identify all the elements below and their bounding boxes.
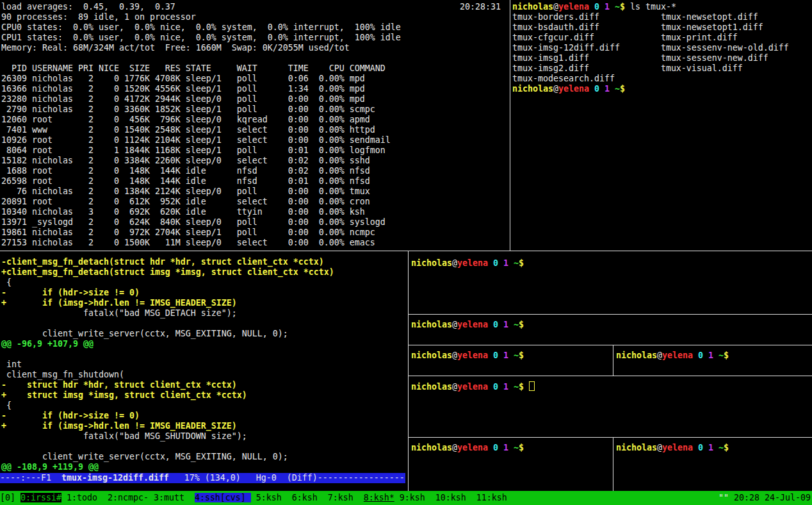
shell-line: nicholas@yelena 0 1 ~$ xyxy=(512,84,789,94)
session-indicator: [0] xyxy=(0,493,20,503)
modeline-filename: tmux-imsg-12diff.diff xyxy=(61,473,169,483)
modeline-info: 17% (134,0) Hg-0 (Diff)----------------- xyxy=(169,473,405,483)
window-3-mutt[interactable]: 3:mutt xyxy=(154,493,190,502)
pane-shell-active[interactable]: nicholas@yelena 0 1 ~$ xyxy=(411,381,535,392)
window-0-irssi[interactable]: 0:irssi# xyxy=(20,493,61,502)
emacs-diff-line: - if (hdr->size != 0) xyxy=(1,411,334,421)
pane-shell-5[interactable]: nicholas@yelena 0 1 ~$ xyxy=(411,443,524,453)
shell-prompt: nicholas@yelena 0 1 ~$ xyxy=(411,443,524,452)
emacs-diff-line: - struct hdr *hdr, struct client_ctx *cc… xyxy=(1,380,334,390)
shell-prompt: nicholas@yelena 0 1 ~$ xyxy=(411,320,524,329)
shell-prompt: nicholas@yelena 0 1 ~$ xyxy=(616,351,729,360)
pane-border-h2 xyxy=(409,345,812,345)
top-clock: 20:28:31 xyxy=(460,2,501,12)
pane-border-h4 xyxy=(409,437,812,438)
emacs-diff-line: { xyxy=(1,401,334,411)
emacs-diff-line: -client_msg_fn_detach(struct hdr *hdr, s… xyxy=(1,257,334,267)
pane-title: "" xyxy=(719,493,729,503)
emacs-diff-line xyxy=(1,349,334,360)
window-7-ksh[interactable]: 7:ksh xyxy=(328,493,359,502)
emacs-diff-line: client_msg_fn_shutdown( xyxy=(1,370,334,380)
emacs-diff-line: @@ -96,9 +107,9 @@ xyxy=(1,339,334,349)
window-2-ncmpc[interactable]: 2:ncmpc- xyxy=(108,493,149,502)
emacs-diff-line: + struct imsg *imsg, struct client_ctx *… xyxy=(1,390,334,401)
shell-prompt: nicholas@yelena 0 1 ~$ xyxy=(616,443,729,452)
window-5-ksh[interactable]: 5:ksh xyxy=(256,493,287,502)
shell-prompt: nicholas@yelena 0 1 ~$ xyxy=(411,382,524,392)
pane-emacs-diff[interactable]: -client_msg_fn_detach(struct hdr *hdr, s… xyxy=(0,0,408,491)
shell-line: nicholas@yelena 0 1 ~$ ls tmux-* xyxy=(512,2,789,12)
tmux-terminal-screen: load averages: 0.45, 0.39, 0.37 90 proce… xyxy=(0,0,812,505)
pane-shell-6[interactable]: nicholas@yelena 0 1 ~$ xyxy=(616,443,729,453)
window-8-ksh[interactable]: 8:ksh* xyxy=(364,493,394,502)
ls-listing: tmux-borders.diff tmux-newsetopt.diff tm… xyxy=(512,12,789,84)
emacs-diff-line: +client_msg_fn_detach(struct imsg *imsg,… xyxy=(1,267,334,277)
pane-border-v-low xyxy=(613,438,613,491)
shell-prompt: nicholas@yelena 0 1 ~$ xyxy=(512,84,625,94)
emacs-diff-line: client_write_server(cctx, MSG_EXITING, N… xyxy=(1,452,334,462)
text-cursor xyxy=(529,381,535,391)
emacs-diff-line: + if (imsg->hdr.len != IMSG_HEADER_SIZE) xyxy=(1,298,334,308)
pane-shell-1[interactable]: nicholas@yelena 0 1 ~$ xyxy=(411,258,524,269)
pane-shell-ls[interactable]: nicholas@yelena 0 1 ~$ ls tmux-* tmux-bo… xyxy=(512,2,789,94)
emacs-diff-line: int xyxy=(1,360,334,370)
window-list: 0:irssi# 1:todo 2:ncmpc- 3:mutt 4:ssh[cv… xyxy=(20,493,512,503)
pane-shell-4[interactable]: nicholas@yelena 0 1 ~$ xyxy=(616,351,729,361)
emacs-diff-line xyxy=(1,319,334,329)
modeline-prefix: ----:---F1 xyxy=(0,473,61,483)
pane-border-h3 xyxy=(409,376,812,376)
emacs-diff-line: fatalx("bad MSG_SHUTDOWN size"); xyxy=(1,431,334,442)
status-clock: 20:28 24-Jul-09 xyxy=(734,493,811,503)
command-text: ls tmux-* xyxy=(625,2,676,12)
window-9-ksh[interactable]: 9:ksh xyxy=(400,493,430,502)
status-separator xyxy=(729,493,734,503)
pane-shell-2[interactable]: nicholas@yelena 0 1 ~$ xyxy=(411,320,524,330)
pane-border-vertical-top xyxy=(510,0,510,251)
emacs-diff-line: fatalx("bad MSG_DETACH size"); xyxy=(1,308,334,319)
emacs-diff-line: { xyxy=(1,277,334,288)
emacs-diff-line: @@ -108,9 +119,9 @@ xyxy=(1,462,334,472)
pane-border-horizontal-main xyxy=(0,251,812,251)
emacs-diff-line: - if (hdr->size != 0) xyxy=(1,288,334,298)
emacs-modeline: ----:---F1 tmux-imsg-12diff.diff 17% (13… xyxy=(0,473,405,483)
pane-shell-3[interactable]: nicholas@yelena 0 1 ~$ xyxy=(411,351,524,361)
shell-prompt: nicholas@yelena 0 1 ~$ xyxy=(411,258,524,268)
pane-border-h1 xyxy=(409,314,812,315)
window-6-ksh[interactable]: 6:ksh xyxy=(292,493,323,502)
window-4-sshcvs[interactable]: 4:ssh[cvs] xyxy=(195,493,251,502)
window-11-ksh[interactable]: 11:ksh xyxy=(476,493,512,502)
shell-prompt: nicholas@yelena 0 1 ~$ xyxy=(411,351,524,360)
emacs-diff-line: client_write_server(cctx, MSG_EXITING, N… xyxy=(1,329,334,339)
shell-prompt: nicholas@yelena 0 1 ~$ xyxy=(512,2,625,12)
emacs-diff-line: + if (imsg->hdr.len != IMSG_HEADER_SIZE) xyxy=(1,421,334,431)
pane-border-v-mid xyxy=(613,345,613,376)
window-1-todo[interactable]: 1:todo xyxy=(67,493,102,502)
emacs-buffer: -client_msg_fn_detach(struct hdr *hdr, s… xyxy=(1,257,334,472)
window-10-ksh[interactable]: 10:ksh xyxy=(435,493,471,502)
pane-border-vertical-bottom xyxy=(408,251,409,491)
tmux-status-bar: [0] 0:irssi# 1:todo 2:ncmpc- 3:mutt 4:ss… xyxy=(0,491,812,505)
emacs-diff-line xyxy=(1,442,334,452)
